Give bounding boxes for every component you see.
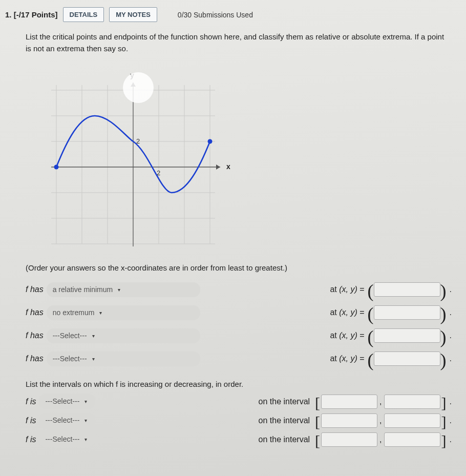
on-interval-label: on the interval xyxy=(259,396,310,408)
chevron-down-icon: ▾ xyxy=(92,355,95,363)
chevron-down-icon: ▾ xyxy=(92,332,95,340)
question-header: 1. [-/17 Points] DETAILS MY NOTES 0/30 S… xyxy=(5,5,457,28)
details-button[interactable]: DETAILS xyxy=(63,7,104,22)
function-graph: x y 2 2 xyxy=(26,59,241,254)
f-has-label: f has xyxy=(26,329,44,342)
chevron-down-icon: ▾ xyxy=(99,309,102,317)
interval-row-2: f is ---Select---▾ on the interval [ , ]… xyxy=(26,413,452,428)
chevron-down-icon: ▾ xyxy=(84,436,87,443)
answer-row-1: f has a relative minimum▾ at (x, y) = ( … xyxy=(26,282,452,297)
submissions-used: 0/30 Submissions Used xyxy=(178,11,253,19)
interval-a-1[interactable] xyxy=(321,395,377,409)
point-input-4[interactable] xyxy=(374,351,440,366)
classification-select-4[interactable]: ---Select---▾ xyxy=(47,351,200,366)
point-input-3[interactable] xyxy=(374,328,440,343)
interval-a-2[interactable] xyxy=(321,413,377,428)
on-interval-label: on the interval xyxy=(259,433,310,446)
point-input-2[interactable] xyxy=(374,305,440,320)
svg-marker-12 xyxy=(216,164,220,170)
answer-row-2: f has no extremum▾ at (x, y) = ( ) . xyxy=(26,305,452,320)
at-xy-2: at (x, y) = xyxy=(330,306,364,319)
intervals-prompt: List the intervals on which f is increas… xyxy=(26,379,452,390)
my-notes-button[interactable]: MY NOTES xyxy=(109,7,157,22)
endpoint-left xyxy=(54,165,59,170)
classification-select-3[interactable]: ---Select---▾ xyxy=(47,328,200,343)
chevron-down-icon: ▾ xyxy=(84,398,87,405)
classification-select-1[interactable]: a relative minimum▾ xyxy=(47,282,200,297)
x-axis-label: x xyxy=(226,162,230,171)
on-interval-label: on the interval xyxy=(259,415,310,427)
at-xy-4: at (x, y) = xyxy=(330,353,364,365)
question-number: 1. [-/17 Points] xyxy=(5,10,58,19)
interval-row-1: f is ---Select---▾ on the interval [ , ]… xyxy=(26,394,452,409)
f-has-label: f has xyxy=(26,353,44,365)
question-prompt: List the critical points and endpoints o… xyxy=(26,31,452,54)
monotone-select-3[interactable]: ---Select---▾ xyxy=(39,432,95,447)
interval-b-2[interactable] xyxy=(384,413,440,428)
order-note: (Order your answers so the x-coordinates… xyxy=(26,262,452,274)
f-has-label: f has xyxy=(26,283,44,296)
interval-row-3: f is ---Select---▾ on the interval [ , ]… xyxy=(26,432,452,447)
interval-b-3[interactable] xyxy=(384,432,440,447)
at-xy-3: at (x, y) = xyxy=(330,329,364,342)
answer-row-4: f has ---Select---▾ at (x, y) = ( ) . xyxy=(26,351,452,366)
interval-b-1[interactable] xyxy=(384,395,440,409)
chevron-down-icon: ▾ xyxy=(84,417,87,424)
chevron-down-icon: ▾ xyxy=(118,286,120,294)
answer-row-3: f has ---Select---▾ at (x, y) = ( ) . xyxy=(26,328,452,343)
interval-a-3[interactable] xyxy=(321,432,377,447)
monotone-select-2[interactable]: ---Select---▾ xyxy=(39,413,95,428)
f-has-label: f has xyxy=(26,306,44,319)
classification-select-2[interactable]: no extremum▾ xyxy=(47,305,200,320)
at-xy-1: at (x, y) = xyxy=(330,283,364,296)
paren-open-1: ( xyxy=(368,286,374,297)
point-input-1[interactable] xyxy=(374,282,440,297)
glare-spot xyxy=(123,72,154,103)
endpoint-right xyxy=(208,139,213,144)
monotone-select-1[interactable]: ---Select---▾ xyxy=(39,394,95,409)
paren-close-1: ) xyxy=(440,286,447,297)
